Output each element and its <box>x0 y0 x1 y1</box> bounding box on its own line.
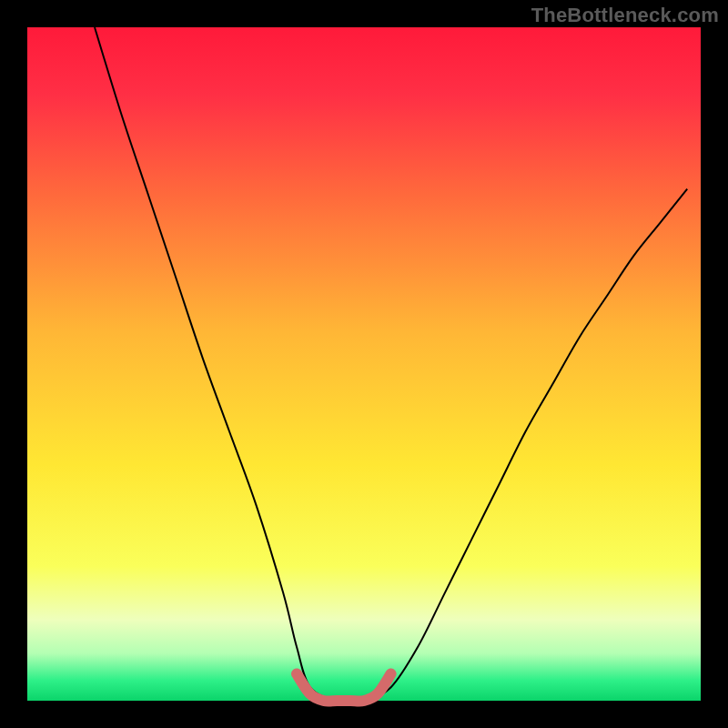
plot-background <box>27 27 701 701</box>
watermark-text: TheBottleneck.com <box>531 4 719 27</box>
bottleneck-chart <box>0 0 728 728</box>
chart-frame: TheBottleneck.com <box>0 0 728 728</box>
